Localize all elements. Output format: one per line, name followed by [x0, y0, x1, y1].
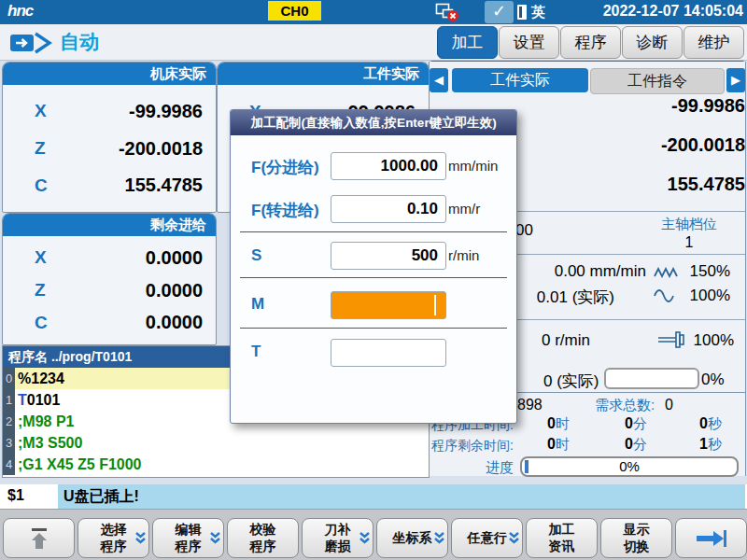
program-line[interactable]: 4 ;G1 X45 Z5 F1000	[3, 454, 429, 475]
tool-wear-button[interactable]: 刀补 磨损	[302, 518, 374, 558]
axis-row: C 155.4785	[3, 175, 216, 196]
progress-tick	[525, 460, 529, 473]
return-button[interactable]	[3, 518, 75, 558]
line-text: ;G1 X45 Z5 F1000	[15, 454, 429, 475]
spindle-s-input[interactable]: 500	[331, 242, 446, 270]
m-code-label: M	[251, 295, 264, 314]
line-number: 4	[3, 454, 15, 475]
axis-label: Z	[35, 138, 63, 159]
machining-config-dialog: 加工配制(直接输入数值,按Enter键立即生效) F(分进给) 1000.00 …	[230, 109, 517, 424]
feed-actual-override: 100%	[684, 287, 730, 305]
spindle-s-unit: r/min	[448, 247, 479, 263]
double-chevron-down-icon	[433, 531, 445, 546]
brand-logo: hnc	[7, 2, 33, 21]
machining-info-button[interactable]: 加工 资讯	[526, 518, 598, 558]
remaining-time-label: 程序剩余时间:	[431, 438, 514, 455]
machining-time-second: 0秒	[681, 415, 722, 433]
tab-diagnosis[interactable]: 诊断	[622, 26, 683, 59]
line-number: 1	[3, 389, 15, 411]
remaining-time-second: 1秒	[681, 436, 722, 454]
right-arrow-bar-icon	[695, 528, 728, 549]
network-disconnected-icon	[435, 2, 459, 22]
remaining-feed-title: 剩余进给	[3, 214, 216, 236]
tab-prev-arrow[interactable]: ◀	[430, 68, 448, 92]
dialog-separator	[240, 328, 507, 329]
rtab-workpiece-command[interactable]: 工件指令	[590, 68, 725, 94]
tab-settings[interactable]: 设置	[499, 26, 559, 59]
remaining-time-hour: 0时	[529, 436, 570, 454]
tab-machining[interactable]: 加工	[437, 26, 498, 59]
sine-wave-icon	[654, 289, 680, 302]
demand-total-value: 0	[665, 397, 673, 413]
partial-value: 00	[515, 221, 533, 240]
cnc-screen: hnc CH0 ✓ 英 2022-12-07 14:05:04 自动 加工 设置…	[0, 0, 747, 560]
feed-per-min-unit: mm/min	[448, 158, 498, 174]
display-switch-button[interactable]: 显示 切换	[600, 518, 672, 558]
line-number: 2	[3, 411, 15, 432]
feed-per-rev-unit: mm/r	[448, 201, 480, 217]
spindle-speed: 0 r/min	[542, 331, 590, 350]
status-message-strip	[58, 484, 745, 509]
spindle-actual: 0 (实际)	[543, 371, 599, 392]
up-arrow-icon	[28, 526, 50, 551]
any-line-button[interactable]: 任意行	[451, 518, 523, 558]
spindle-s-label: S	[251, 246, 261, 265]
feed-per-rev-label: F(转进给)	[251, 200, 319, 221]
machine-actual-title: 机床实际	[3, 63, 216, 85]
status-channel: $1	[7, 487, 24, 504]
edit-program-button[interactable]: 编辑 程序	[152, 518, 224, 558]
spindle-override: 100%	[693, 331, 734, 350]
double-chevron-down-icon	[209, 531, 221, 546]
dialog-title: 加工配制(直接输入数值,按Enter键立即生效)	[231, 110, 516, 135]
line-number: 3	[3, 432, 15, 454]
feed-per-rev-input[interactable]: 0.10	[331, 195, 446, 223]
t-code-label: T	[251, 343, 261, 361]
feed-override: 150%	[684, 262, 730, 281]
axis-value: -200.0018	[63, 138, 203, 160]
select-program-button[interactable]: 选择 程序	[78, 518, 149, 558]
language-indicator: 英	[531, 4, 545, 21]
tab-program[interactable]: 程序	[560, 26, 621, 59]
program-line[interactable]: 3 ;M3 S500	[3, 432, 429, 454]
auto-mode-icon	[9, 31, 52, 55]
channel-badge: CH0	[268, 1, 321, 21]
mode-label: 自动	[60, 29, 99, 55]
tab-maintenance[interactable]: 维护	[684, 26, 744, 59]
axis-row: X 0.0000	[3, 247, 216, 269]
m-code-input[interactable]	[331, 291, 446, 319]
spindle-gear-label: 主轴档位	[642, 216, 736, 233]
tab-next-arrow[interactable]: ▶	[726, 68, 745, 92]
axis-label: X	[35, 101, 63, 121]
axis-value: 155.4785	[63, 175, 203, 196]
dialog-separator	[240, 277, 507, 278]
double-chevron-down-icon	[134, 531, 147, 546]
axis-label: Z	[35, 280, 63, 301]
machining-time-minute: 0分	[606, 415, 647, 433]
progress-label: 进度	[486, 459, 514, 477]
verify-program-button[interactable]: 校验 程序	[227, 518, 299, 558]
axis-row: Z -200.0018	[3, 138, 216, 160]
next-menu-button[interactable]	[675, 518, 747, 558]
text-cursor	[434, 295, 436, 315]
line-text: ;M3 S500	[15, 432, 429, 454]
line-number: 0	[3, 368, 15, 389]
double-chevron-down-icon	[508, 531, 520, 546]
double-chevron-down-icon	[359, 531, 371, 546]
machine-actual-panel: 机床实际 X -99.9986 Z -200.0018 C 155.4785	[2, 62, 217, 213]
spindle-gear-value: 1	[642, 234, 736, 251]
spindle-load-bar	[604, 368, 699, 389]
demand-total-label: 需求总数:	[595, 397, 655, 414]
t-code-input[interactable]	[331, 339, 446, 367]
axis-value: -99.9986	[63, 101, 203, 122]
feed-per-min-input[interactable]: 1000.00	[331, 152, 446, 180]
machining-time-hour: 0时	[529, 415, 570, 433]
coordinate-system-button[interactable]: 坐标系	[376, 518, 448, 558]
rtab-workpiece-actual[interactable]: 工件实际	[452, 68, 588, 92]
axis-row: Z 0.0000	[3, 280, 216, 301]
check-status-icon: ✓	[485, 1, 514, 23]
progress-bar: 0%	[520, 456, 739, 477]
input-method-icon	[517, 5, 527, 20]
triangle-wave-icon	[654, 266, 680, 279]
axis-value: 0.0000	[63, 280, 203, 301]
spindle-load-percent: 0%	[701, 371, 725, 389]
